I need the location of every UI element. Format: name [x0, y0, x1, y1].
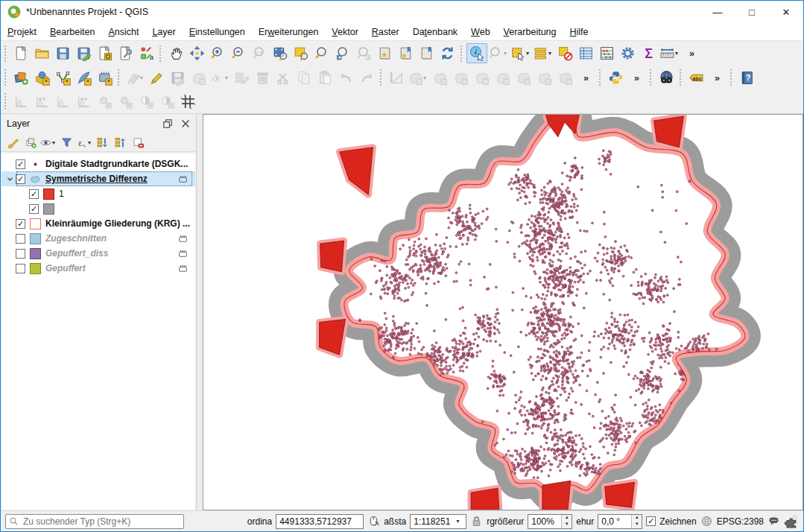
toolbar-grip[interactable]: [159, 45, 163, 62]
metasearch-button[interactable]: [656, 68, 677, 88]
scale-combo[interactable]: 1:118251 ▾: [410, 514, 466, 529]
style-manager-button[interactable]: a: [136, 43, 156, 63]
layer-visibility-checkbox[interactable]: ✓: [16, 174, 25, 184]
label-overflow-button[interactable]: »: [706, 68, 727, 88]
zoom-out-button[interactable]: [228, 43, 249, 63]
new-spatialite-layer-button[interactable]: *: [73, 68, 94, 88]
save-project-button[interactable]: [52, 43, 73, 63]
messages-icon[interactable]: [767, 515, 780, 528]
layer-visibility-checkbox[interactable]: ✓: [16, 159, 25, 169]
toolbar-grip[interactable]: [460, 45, 464, 62]
toolbar-grip[interactable]: [118, 69, 121, 86]
new-shapefile-layer-button[interactable]: *: [52, 68, 73, 88]
menu-verarbeitung[interactable]: Verarbeitung: [497, 25, 563, 39]
remove-layer-button[interactable]: [129, 134, 147, 151]
search-input[interactable]: [22, 516, 180, 528]
memory-layer-indicator-icon[interactable]: [177, 248, 189, 259]
map-canvas[interactable]: [203, 114, 803, 510]
manage-map-themes-button[interactable]: ▾: [39, 134, 57, 151]
python-console-button[interactable]: [605, 68, 626, 88]
menu-projekt[interactable]: Projekt: [1, 25, 43, 39]
layer-tree-row[interactable]: Gepuffert_diss: [1, 246, 195, 261]
layer-tree-row[interactable]: ✓Symmetrische Differenz: [1, 171, 195, 186]
menu-raster[interactable]: Raster: [365, 25, 406, 39]
filter-by-expression-button[interactable]: ε▾: [75, 134, 93, 151]
toolbar-grip[interactable]: [650, 69, 653, 86]
lock-scale-icon[interactable]: [470, 515, 483, 528]
digitizing-overflow-button[interactable]: »: [575, 68, 596, 88]
chevron-down-icon[interactable]: ▾: [675, 50, 680, 57]
select-by-value-button[interactable]: ▾: [532, 43, 554, 63]
layer-visibility-checkbox[interactable]: [16, 264, 25, 273]
menu-datenbank[interactable]: Datenbank: [406, 25, 464, 39]
render-checkbox[interactable]: ✓: [646, 516, 656, 526]
maximize-button[interactable]: □: [735, 1, 769, 23]
data-source-manager-button[interactable]: [10, 68, 31, 88]
toolbar-overflow-button[interactable]: »: [681, 43, 702, 63]
toolbar-grip[interactable]: [730, 69, 734, 86]
layout-manager-button[interactable]: [115, 43, 136, 63]
chevron-down-icon[interactable]: ▾: [548, 50, 554, 57]
zoom-to-layer-button[interactable]: [291, 43, 311, 63]
pan-map-button[interactable]: [165, 43, 186, 63]
open-layer-styling-button[interactable]: [4, 134, 22, 151]
new-temporary-scratch-layer-button[interactable]: *: [94, 68, 115, 88]
identify-features-button[interactable]: i: [466, 43, 487, 63]
select-features-button[interactable]: ▾: [510, 43, 532, 63]
add-group-button[interactable]: [22, 134, 39, 151]
new-bookmark-button[interactable]: ★: [374, 43, 395, 63]
processing-tasks-icon[interactable]: [784, 514, 799, 529]
zoom-last-button[interactable]: [332, 43, 353, 63]
zoom-in-button[interactable]: [207, 43, 228, 63]
menu-erweiterungen[interactable]: Erweiterungen: [252, 25, 326, 39]
magnifier-spinbox[interactable]: 100% ▲▼: [528, 514, 572, 529]
memory-layer-indicator-icon[interactable]: [177, 174, 189, 185]
open-attribute-table-button[interactable]: [575, 43, 596, 63]
minimize-button[interactable]: —: [700, 1, 735, 23]
menu-web[interactable]: Web: [464, 25, 496, 39]
bookmarks-button[interactable]: [416, 43, 437, 63]
statistical-summary-button[interactable]: Σ: [638, 43, 659, 63]
layer-visibility-checkbox[interactable]: ✓: [16, 219, 25, 229]
close-button[interactable]: ✕: [769, 1, 803, 23]
toolbar-grip[interactable]: [380, 69, 384, 86]
crs-status[interactable]: EPSG:2398: [717, 516, 764, 527]
new-print-layout-button[interactable]: [94, 43, 115, 63]
layer-tree-row[interactable]: ✓Digitale Stadtgrundkarte (DSGK...: [1, 156, 195, 171]
chevron-down-icon[interactable]: [4, 174, 16, 185]
open-project-button[interactable]: [31, 43, 52, 63]
zoom-full-extent-button[interactable]: [270, 43, 291, 63]
label-toolbar-button[interactable]: abc: [686, 68, 706, 88]
pan-to-selection-button[interactable]: [186, 43, 207, 63]
expand-all-button[interactable]: [93, 134, 111, 151]
close-panel-icon[interactable]: [180, 118, 191, 130]
chevron-down-icon[interactable]: ▾: [225, 75, 230, 81]
chevron-down-icon[interactable]: ▾: [88, 139, 93, 146]
extents-toggle-icon[interactable]: [367, 515, 380, 528]
chevron-down-icon[interactable]: ▾: [504, 50, 509, 57]
float-panel-icon[interactable]: [162, 118, 174, 130]
layer-tree-row[interactable]: Zugeschnitten: [1, 231, 195, 246]
memory-layer-indicator-icon[interactable]: [177, 263, 189, 274]
refresh-map-button[interactable]: [437, 43, 458, 63]
deselect-all-button[interactable]: [554, 43, 575, 63]
menu-einstellungen[interactable]: Einstellungen: [183, 25, 252, 39]
collapse-all-button[interactable]: [111, 134, 129, 151]
chevron-down-icon[interactable]: ▾: [140, 75, 145, 81]
show-bookmarks-button[interactable]: ★: [395, 43, 416, 63]
toolbar-grip[interactable]: [599, 69, 603, 86]
toolbar-grip[interactable]: [680, 69, 683, 86]
plugins-overflow-button[interactable]: »: [626, 68, 647, 88]
layer-visibility-checkbox[interactable]: ✓: [29, 189, 39, 199]
zoom-to-selection-button[interactable]: [311, 43, 332, 63]
layer-visibility-checkbox[interactable]: [16, 234, 25, 244]
menu-vektor[interactable]: Vektor: [325, 25, 364, 39]
crs-globe-icon[interactable]: [700, 515, 713, 528]
filter-legend-button[interactable]: [57, 134, 75, 151]
menu-layer[interactable]: Layer: [145, 25, 182, 39]
toolbar-grip[interactable]: [4, 93, 8, 110]
menu-hilfe[interactable]: Hilfe: [563, 25, 595, 39]
chevron-down-icon[interactable]: ▾: [526, 50, 531, 57]
layer-tree-row[interactable]: ✓Kleinräumige Gliederung (KRG) ...: [1, 216, 195, 231]
layer-visibility-checkbox[interactable]: ✓: [29, 204, 39, 214]
